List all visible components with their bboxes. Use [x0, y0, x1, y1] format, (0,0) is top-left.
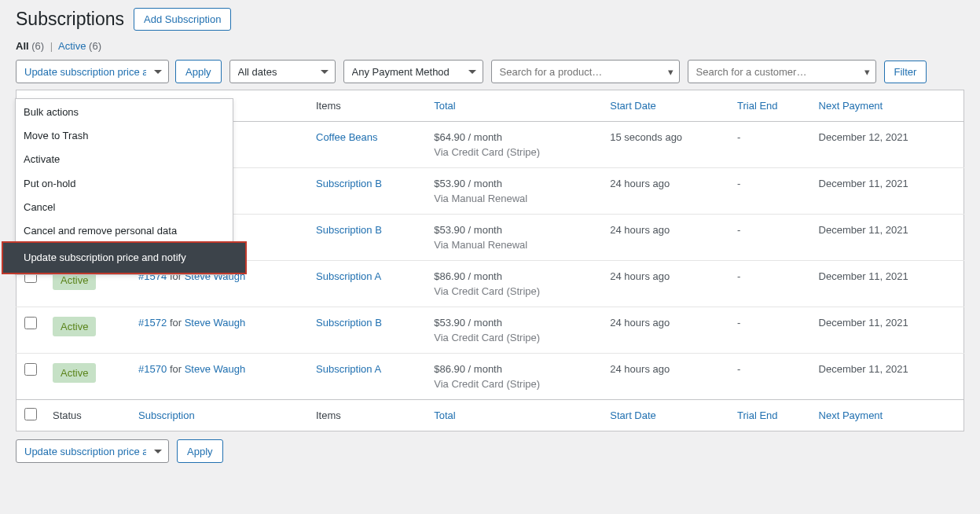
subscription-for-label: for	[170, 317, 185, 329]
start-date: 24 hours ago	[602, 307, 729, 354]
col-start-date-footer[interactable]: Start Date	[602, 400, 729, 431]
apply-button-bottom[interactable]: Apply	[177, 439, 223, 463]
col-items[interactable]: Items	[308, 90, 426, 122]
add-subscription-button[interactable]: Add Subscription	[134, 8, 231, 31]
payment-via-label: Via Credit Card (Stripe)	[434, 332, 594, 343]
col-items-footer[interactable]: Items	[308, 400, 426, 431]
item-link[interactable]: Subscription B	[316, 224, 382, 236]
bulk-action-dropdown: Bulk actions Move to Trash Activate Put …	[15, 98, 233, 275]
next-payment: December 11, 2021	[811, 261, 964, 307]
row-checkbox[interactable]	[24, 317, 37, 329]
col-total-footer[interactable]: Total	[426, 400, 602, 431]
next-payment: December 11, 2021	[811, 354, 964, 400]
total-amount: $64.90 / month	[434, 131, 594, 143]
start-date: 24 hours ago	[602, 354, 729, 400]
status-badge: Active	[53, 363, 96, 383]
payment-via-label: Via Manual Renewal	[434, 239, 594, 251]
trial-end: -	[729, 122, 811, 168]
col-subscription-footer[interactable]: Subscription	[130, 400, 308, 431]
item-link[interactable]: Subscription A	[316, 363, 381, 375]
col-status-footer[interactable]: Status	[45, 400, 130, 431]
total-amount: $53.90 / month	[434, 224, 594, 236]
col-trial-end-footer[interactable]: Trial End	[729, 400, 811, 431]
customer-link[interactable]: Steve Waugh	[185, 363, 246, 375]
trial-end: -	[729, 354, 811, 400]
col-next-payment[interactable]: Next Payment	[811, 90, 964, 122]
dropdown-item-activate[interactable]: Activate	[16, 148, 233, 171]
dates-select[interactable]: All dates	[229, 60, 336, 83]
start-date: 24 hours ago	[602, 215, 729, 261]
trial-end: -	[729, 168, 811, 215]
product-search-input[interactable]	[491, 60, 680, 83]
payment-via-label: Via Manual Renewal	[434, 193, 594, 204]
next-payment: December 11, 2021	[811, 168, 964, 215]
table-row: Active#1572 for Steve WaughSubscription …	[17, 307, 964, 354]
subscription-id-link[interactable]: #1572	[138, 317, 167, 329]
payment-via-label: Via Credit Card (Stripe)	[434, 146, 594, 158]
dropdown-item-put-on-hold[interactable]: Put on-hold	[16, 172, 233, 196]
next-payment: December 12, 2021	[811, 122, 964, 168]
total-amount: $86.90 / month	[434, 363, 594, 375]
col-trial-end[interactable]: Trial End	[729, 90, 811, 122]
table-row: Active#1570 for Steve WaughSubscription …	[17, 354, 964, 400]
start-date: 24 hours ago	[602, 261, 729, 307]
dropdown-item-update-price-notify[interactable]: Update subscription price and notify	[2, 241, 247, 274]
start-date: 15 seconds ago	[602, 122, 729, 168]
col-total[interactable]: Total	[426, 90, 602, 122]
total-amount: $86.90 / month	[434, 270, 594, 282]
next-payment: December 11, 2021	[811, 307, 964, 354]
item-link[interactable]: Subscription A	[316, 270, 381, 282]
customer-link[interactable]: Steve Waugh	[185, 317, 246, 329]
row-checkbox[interactable]	[24, 363, 37, 376]
select-all-checkbox-footer[interactable]	[24, 408, 37, 420]
payment-via-label: Via Credit Card (Stripe)	[434, 285, 594, 297]
dropdown-item-cancel[interactable]: Cancel	[16, 196, 233, 219]
filter-active-count: (6)	[89, 40, 101, 52]
dropdown-item-cancel-remove-personal[interactable]: Cancel and remove personal data	[16, 219, 233, 243]
status-badge: Active	[53, 317, 96, 336]
item-link[interactable]: Coffee Beans	[316, 131, 378, 143]
total-amount: $53.90 / month	[434, 178, 594, 189]
start-date: 24 hours ago	[602, 168, 729, 215]
filter-button[interactable]: Filter	[884, 61, 927, 83]
filter-all[interactable]: All	[16, 40, 29, 52]
trial-end: -	[729, 307, 811, 354]
next-payment: December 11, 2021	[811, 215, 964, 261]
bulk-action-select[interactable]: Update subscription price and notify	[16, 60, 169, 83]
apply-button[interactable]: Apply	[175, 60, 222, 83]
subscription-for-label: for	[170, 363, 185, 375]
trial-end: -	[729, 261, 811, 307]
trial-end: -	[729, 215, 811, 261]
payment-method-select[interactable]: Any Payment Method	[343, 60, 483, 83]
dropdown-item-bulk-actions[interactable]: Bulk actions	[16, 99, 233, 124]
filter-active[interactable]: Active	[58, 40, 86, 52]
customer-search-input[interactable]	[688, 60, 876, 83]
filter-all-count: (6)	[31, 40, 44, 52]
status-filter-links: All (6) | Active (6)	[16, 40, 964, 52]
item-link[interactable]: Subscription B	[316, 317, 382, 329]
payment-via-label: Via Credit Card (Stripe)	[434, 378, 594, 390]
page-title: Subscriptions	[16, 9, 124, 30]
subscription-id-link[interactable]: #1570	[138, 363, 167, 375]
col-next-payment-footer[interactable]: Next Payment	[811, 400, 964, 431]
dropdown-item-move-to-trash[interactable]: Move to Trash	[16, 124, 233, 148]
item-link[interactable]: Subscription B	[316, 178, 382, 189]
bulk-action-select-bottom[interactable]: Update subscription price and notify	[16, 439, 169, 463]
col-start-date[interactable]: Start Date	[602, 90, 729, 122]
total-amount: $53.90 / month	[434, 317, 594, 329]
